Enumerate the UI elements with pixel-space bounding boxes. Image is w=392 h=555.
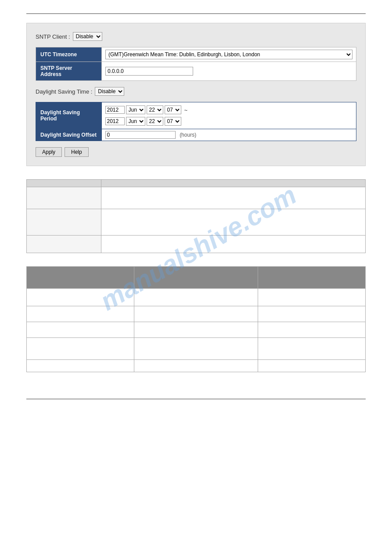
desc-cell-2-1 [27, 209, 101, 236]
sntp-settings-table: UTC Timezone (GMT)Greenwich Mean Time: D… [36, 47, 356, 81]
hours-label: (hours) [180, 132, 196, 138]
three-col-header-row [27, 267, 366, 289]
desc-row-2 [27, 209, 366, 236]
three-col-cell-2-2 [134, 306, 258, 322]
utc-timezone-cell: (GMT)Greenwich Mean Time: Dublin, Edinbu… [102, 47, 356, 62]
period2-hour-select[interactable]: 07 [165, 117, 181, 126]
daylight-period-label: Daylight Saving Period [36, 102, 102, 129]
period-row-2: Jun 22 07 [105, 116, 353, 127]
three-col-row-3 [27, 322, 366, 338]
desc-cell-3-1 [27, 236, 101, 253]
three-col-cell-1-1 [27, 289, 134, 306]
period1-year-input[interactable] [105, 106, 125, 114]
desc-cell-1-1 [27, 187, 101, 209]
daylight-saving-row: Daylight Saving Time : Disable Enable [36, 87, 356, 96]
daylight-period-row: Daylight Saving Period Jun 22 [36, 102, 356, 129]
desc-header-row [27, 180, 366, 187]
offset-input[interactable] [105, 131, 176, 139]
tilde-symbol: ~ [184, 107, 188, 113]
button-row: Apply Help [36, 147, 356, 157]
utc-timezone-label: UTC Timezone [36, 47, 102, 62]
three-col-row-4 [27, 338, 366, 360]
desc-header-col1 [27, 180, 101, 187]
three-col-row-2 [27, 306, 366, 322]
period1-hour-select[interactable]: 07 [165, 105, 181, 114]
period1-month-select[interactable]: Jun [126, 105, 145, 114]
desc-header-col2 [101, 180, 366, 187]
apply-button[interactable]: Apply [36, 147, 62, 157]
sntp-server-cell [102, 62, 356, 81]
three-col-cell-3-1 [27, 322, 134, 338]
period2-day-select[interactable]: 22 [147, 117, 163, 126]
three-col-cell-1-3 [258, 289, 365, 306]
three-col-cell-1-2 [134, 289, 258, 306]
three-col-cell-3-3 [258, 322, 365, 338]
daylight-saving-select[interactable]: Disable Enable [95, 87, 124, 96]
desc-cell-2-2 [101, 209, 366, 236]
daylight-period-cell: Jun 22 07 ~ [102, 102, 356, 129]
three-col-cell-3-2 [134, 322, 258, 338]
daylight-saving-label: Daylight Saving Time : [36, 88, 92, 95]
desc-row-3 [27, 236, 366, 253]
sntp-server-label: SNTP ServerAddress [36, 62, 102, 81]
three-col-cell-4-2 [134, 338, 258, 360]
daylight-table: Daylight Saving Period Jun 22 [36, 102, 356, 141]
three-col-cell-5-1 [27, 360, 134, 372]
period2-year-input[interactable] [105, 117, 125, 125]
sntp-server-input[interactable] [105, 67, 193, 76]
three-col-header-2 [134, 267, 258, 289]
sntp-client-label: SNTP Client : [36, 33, 70, 40]
three-col-cell-2-1 [27, 306, 134, 322]
desc-row-1 [27, 187, 366, 209]
three-col-cell-4-3 [258, 338, 365, 360]
three-col-header-3 [258, 267, 365, 289]
three-col-table [26, 266, 366, 372]
three-col-header-1 [27, 267, 134, 289]
desc-cell-3-2 [101, 236, 366, 253]
period1-day-select[interactable]: 22 [147, 105, 163, 114]
sntp-client-row: SNTP Client : Disable Enable [36, 32, 356, 41]
period2-month-select[interactable]: Jun [126, 117, 145, 126]
desc-cell-1-2 [101, 187, 366, 209]
description-table [26, 179, 366, 253]
period-row-1: Jun 22 07 ~ [105, 104, 353, 116]
sntp-server-row: SNTP ServerAddress [36, 62, 356, 81]
sntp-client-select[interactable]: Disable Enable [73, 32, 102, 41]
help-button[interactable]: Help [65, 147, 89, 157]
sntp-panel: SNTP Client : Disable Enable UTC Timezon… [26, 23, 366, 166]
three-col-cell-2-3 [258, 306, 365, 322]
three-col-cell-5-3 [258, 360, 365, 372]
three-col-cell-5-2 [134, 360, 258, 372]
daylight-offset-row: Daylight Saving Offset (hours) [36, 129, 356, 141]
three-col-row-5 [27, 360, 366, 372]
utc-timezone-select[interactable]: (GMT)Greenwich Mean Time: Dublin, Edinbu… [105, 50, 352, 59]
three-col-row-1 [27, 289, 366, 306]
daylight-offset-cell: (hours) [102, 129, 356, 141]
bottom-rule [26, 399, 366, 399]
utc-timezone-row: UTC Timezone (GMT)Greenwich Mean Time: D… [36, 47, 356, 62]
three-col-cell-4-1 [27, 338, 134, 360]
daylight-offset-label: Daylight Saving Offset [36, 129, 102, 141]
